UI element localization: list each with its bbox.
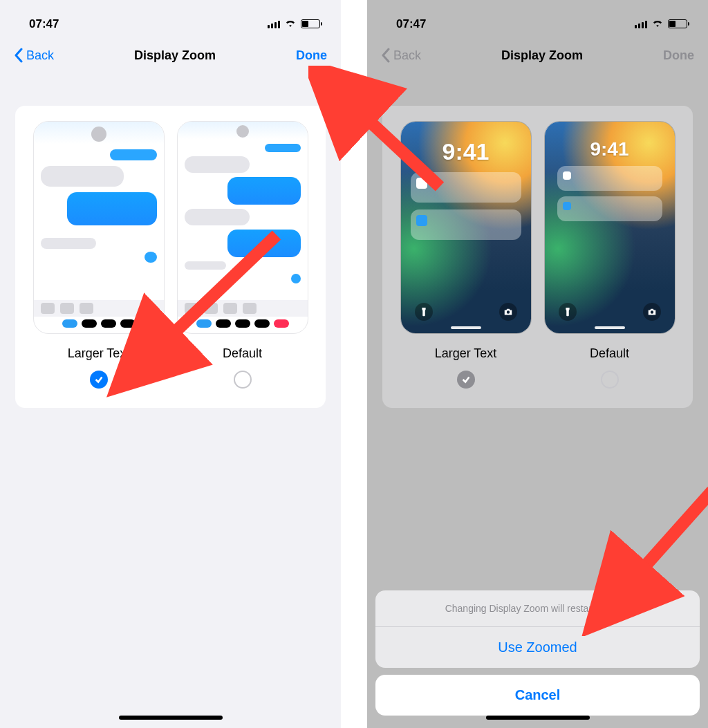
lock-time: 9:41	[545, 122, 675, 160]
preview-card: Larger Text	[15, 106, 326, 408]
avatar-icon	[91, 127, 106, 142]
back-label: Back	[26, 48, 54, 63]
cancel-button[interactable]: Cancel	[375, 675, 700, 716]
option-default[interactable]: Default	[177, 121, 308, 389]
action-sheet: Changing Display Zoom will restart iPhon…	[375, 590, 700, 716]
radio-unchecked-icon	[601, 371, 619, 389]
option-default-label: Default	[223, 346, 262, 361]
lock-time: 9:41	[401, 122, 531, 165]
right-screenshot: 07:47 Back Display Zoom Done	[367, 0, 708, 728]
option-default: 9:41 Default	[544, 121, 676, 389]
nav-bar: Back Display Zoom Done	[0, 38, 341, 73]
preview-larger-lockscreen: 9:41	[400, 121, 532, 334]
nav-title: Display Zoom	[421, 48, 663, 63]
back-label: Back	[393, 48, 421, 63]
sheet-message: Changing Display Zoom will restart iPhon…	[375, 590, 700, 627]
use-zoomed-button[interactable]: Use Zoomed	[375, 627, 700, 668]
camera-icon	[643, 303, 661, 321]
chevron-left-icon	[14, 48, 24, 63]
status-icons	[635, 17, 687, 31]
camera-icon	[499, 303, 517, 321]
status-time: 07:47	[396, 17, 426, 31]
done-button: Done	[663, 48, 694, 63]
preview-default-lockscreen: 9:41	[544, 121, 676, 334]
radio-checked-icon	[457, 371, 475, 389]
battery-icon	[301, 19, 320, 28]
status-bar: 07:47	[0, 0, 341, 38]
status-icons	[268, 17, 320, 31]
chevron-left-icon	[381, 48, 391, 63]
option-larger-label: Larger Text	[68, 346, 130, 361]
home-indicator	[486, 716, 590, 720]
option-default-label: Default	[590, 346, 629, 361]
status-time: 07:47	[29, 17, 59, 31]
cellular-icon	[268, 20, 280, 28]
cellular-icon	[635, 20, 647, 28]
left-screenshot: 07:47 Back Display Zoom Done	[0, 0, 341, 728]
preview-larger	[33, 121, 165, 334]
wifi-icon	[651, 17, 664, 31]
option-larger-text[interactable]: Larger Text	[33, 121, 165, 389]
radio-unchecked-icon[interactable]	[234, 371, 252, 389]
option-larger-text: 9:41 Larger Text	[400, 121, 532, 389]
back-button[interactable]: Back	[14, 48, 54, 63]
preview-card: 9:41 Larger Text	[382, 106, 693, 408]
status-bar: 07:47	[367, 0, 708, 38]
back-button: Back	[381, 48, 421, 63]
option-larger-label: Larger Text	[435, 346, 497, 361]
battery-icon	[668, 19, 687, 28]
preview-default	[177, 121, 308, 334]
nav-title: Display Zoom	[54, 48, 296, 63]
wifi-icon	[284, 17, 297, 31]
nav-bar: Back Display Zoom Done	[367, 38, 708, 73]
radio-checked-icon[interactable]	[90, 371, 108, 389]
avatar-icon	[236, 125, 249, 138]
flashlight-icon	[415, 303, 433, 321]
flashlight-icon	[559, 303, 577, 321]
home-indicator	[119, 716, 223, 720]
done-button[interactable]: Done	[296, 48, 327, 63]
